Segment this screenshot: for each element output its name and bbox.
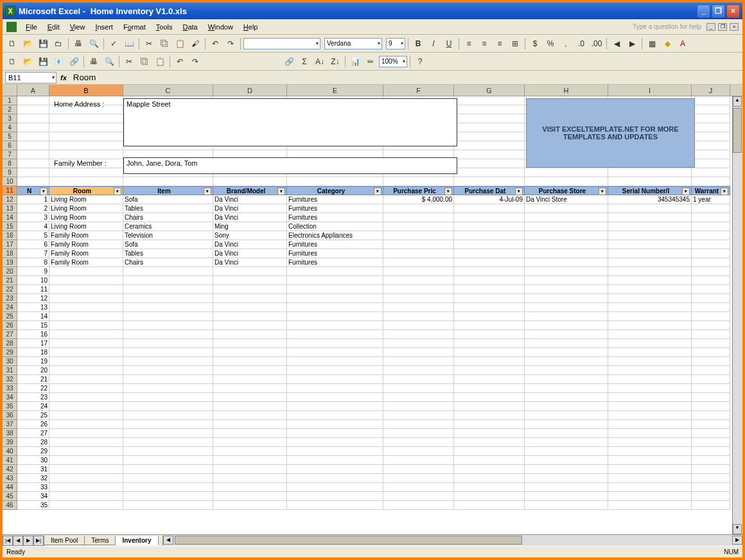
cell[interactable]: [692, 375, 730, 384]
cell[interactable]: [213, 294, 287, 303]
cell[interactable]: [287, 267, 383, 276]
cell[interactable]: 13: [17, 303, 49, 312]
cell[interactable]: [692, 303, 730, 312]
cell[interactable]: [383, 456, 454, 465]
cell[interactable]: [692, 96, 730, 105]
cell[interactable]: 4-Jul-09: [454, 195, 525, 204]
row-header[interactable]: 4: [3, 123, 17, 132]
comma-icon[interactable]: ,: [559, 37, 573, 51]
cell[interactable]: [608, 204, 692, 213]
cell[interactable]: [608, 276, 692, 285]
cell[interactable]: [49, 267, 123, 276]
cell[interactable]: [287, 366, 383, 375]
cell[interactable]: [692, 393, 730, 402]
tb2-icon-4[interactable]: 📧: [51, 55, 66, 69]
scroll-up-button[interactable]: ▲: [733, 96, 742, 107]
cell[interactable]: [454, 348, 525, 357]
cell[interactable]: [49, 168, 123, 177]
cell[interactable]: [49, 438, 123, 447]
hyperlink-icon[interactable]: 🔗: [282, 55, 296, 69]
sort-asc-icon[interactable]: A↓: [313, 55, 327, 69]
row-header[interactable]: 5: [3, 132, 17, 141]
cell[interactable]: [123, 384, 213, 393]
select-all-button[interactable]: [3, 85, 17, 96]
cell[interactable]: [49, 483, 123, 492]
cell[interactable]: [213, 375, 287, 384]
cell[interactable]: [383, 240, 454, 249]
autosum-icon[interactable]: Σ: [297, 55, 311, 69]
row-header[interactable]: 8: [3, 159, 17, 168]
home-address-input[interactable]: Mapple Street: [123, 98, 457, 146]
cell[interactable]: [454, 447, 525, 456]
cell[interactable]: [692, 402, 730, 411]
cell[interactable]: [525, 348, 608, 357]
cell[interactable]: [525, 294, 608, 303]
cell[interactable]: 3: [17, 213, 49, 222]
cell[interactable]: [213, 429, 287, 438]
cell[interactable]: [692, 222, 730, 231]
cell[interactable]: Tables: [123, 249, 213, 258]
tb2-cut-icon[interactable]: ✂: [122, 55, 136, 69]
cell[interactable]: [692, 492, 730, 501]
cell[interactable]: Living Room: [49, 222, 123, 231]
cell[interactable]: Purchase Dat: [454, 186, 525, 195]
cell[interactable]: 15: [17, 321, 49, 330]
cell[interactable]: [49, 393, 123, 402]
cell[interactable]: [383, 357, 454, 366]
inc-indent-icon[interactable]: ▶: [625, 37, 639, 51]
cell[interactable]: [454, 96, 525, 105]
cell[interactable]: [213, 474, 287, 483]
cell[interactable]: [454, 384, 525, 393]
cell[interactable]: [608, 339, 692, 348]
cell[interactable]: [454, 465, 525, 474]
cell[interactable]: [213, 393, 287, 402]
cell[interactable]: 1 year: [692, 195, 730, 204]
tb2-icon-1[interactable]: 🗋: [5, 55, 19, 69]
cell[interactable]: [213, 483, 287, 492]
row-header[interactable]: 15: [3, 222, 17, 231]
cell[interactable]: [454, 411, 525, 420]
cell[interactable]: Collection: [287, 222, 383, 231]
cell[interactable]: [383, 303, 454, 312]
cell[interactable]: [287, 393, 383, 402]
cell[interactable]: [123, 321, 213, 330]
cell[interactable]: [454, 240, 525, 249]
cell[interactable]: 32: [17, 474, 49, 483]
cell[interactable]: [525, 438, 608, 447]
close-button[interactable]: ×: [726, 4, 740, 18]
cell[interactable]: 19: [17, 357, 49, 366]
cell[interactable]: [123, 456, 213, 465]
cell[interactable]: [525, 429, 608, 438]
cell[interactable]: [692, 132, 730, 141]
percent-icon[interactable]: %: [543, 37, 557, 51]
tab-first-button[interactable]: |◀: [3, 536, 13, 546]
row-header[interactable]: 29: [3, 348, 17, 357]
row-header[interactable]: 12: [3, 195, 17, 204]
cell[interactable]: [17, 132, 49, 141]
cell[interactable]: [213, 501, 287, 510]
cell[interactable]: [213, 303, 287, 312]
cell[interactable]: $ 4,000.00: [383, 195, 454, 204]
cell[interactable]: [123, 267, 213, 276]
cell[interactable]: [608, 249, 692, 258]
cell[interactable]: [123, 492, 213, 501]
cell[interactable]: [525, 465, 608, 474]
hscroll-thumb[interactable]: [175, 536, 523, 545]
cell[interactable]: [454, 123, 525, 132]
cell[interactable]: Living Room: [49, 195, 123, 204]
cell[interactable]: [454, 429, 525, 438]
row-header[interactable]: 19: [3, 258, 17, 267]
tb2-icon-2[interactable]: 📂: [21, 55, 35, 69]
cell[interactable]: [49, 465, 123, 474]
zoom-dropdown[interactable]: 100%: [379, 56, 407, 67]
cell[interactable]: [692, 411, 730, 420]
cell[interactable]: [213, 465, 287, 474]
col-header-a[interactable]: A: [17, 85, 49, 96]
cell[interactable]: [608, 267, 692, 276]
cell[interactable]: Item: [123, 186, 213, 195]
row-header[interactable]: 23: [3, 294, 17, 303]
cell[interactable]: Family Room: [49, 258, 123, 267]
col-header-j[interactable]: J: [692, 85, 730, 96]
cell[interactable]: 30: [17, 456, 49, 465]
row-header[interactable]: 43: [3, 474, 17, 483]
